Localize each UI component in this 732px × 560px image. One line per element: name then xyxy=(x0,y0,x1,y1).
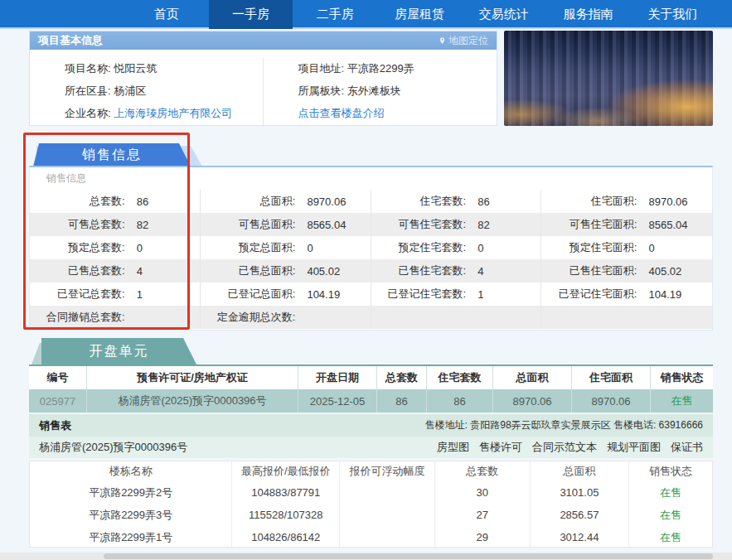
field-value: 4 xyxy=(137,265,143,278)
cell-price-float xyxy=(340,526,435,548)
sales-info-cell: 已登记总面积:104.19 xyxy=(201,282,371,306)
field-value: 1 xyxy=(477,288,483,301)
project-info-left-column: 项目名称: 悦阳云筑 所在区县: 杨浦区 企业名称: 上海海瑧房地产有限公司 xyxy=(30,57,264,127)
sales-sheet-bar: 销售表 售楼地址: 贵阳路98弄云邸玖章实景展示区 售楼电话: 63916666 xyxy=(29,414,713,437)
nav-item[interactable]: 关于我们 xyxy=(630,0,715,29)
doc-link[interactable]: 售楼许可 xyxy=(479,440,522,455)
sales-info-cell: 可售总套数:82 xyxy=(30,213,201,236)
sales-info-cell: 预定住宅套数:0 xyxy=(371,236,542,259)
table-row: 平凉路2299弄1号 104826/86142 29 3012.44 在售 xyxy=(30,526,712,548)
top-navigation: 首页一手房二手房房屋租赁交易统计服务指南关于我们 xyxy=(0,0,732,29)
column-header: 总面积 xyxy=(531,461,630,481)
column-header: 总套数 xyxy=(435,461,531,481)
sales-info-row: 合同撤销总套数: 定金逾期总次数: xyxy=(30,306,712,329)
field-label: 已登记总套数: xyxy=(30,287,125,302)
district-row: 所在区县: 杨浦区 xyxy=(65,80,263,102)
district-label: 所在区县: xyxy=(65,84,111,97)
nav-item[interactable]: 一手房 xyxy=(209,0,293,29)
nav-item[interactable]: 服务指南 xyxy=(546,0,631,29)
sales-info-cell: 预定住宅面积:0 xyxy=(541,236,712,259)
sales-info-tab[interactable]: 销售信息 xyxy=(33,143,191,167)
horizontal-scrollbar-track xyxy=(0,553,732,560)
column-header: 住宅面积 xyxy=(572,366,651,389)
buildings-table: 楼栋名称最高报价/最低报价报价可浮动幅度总套数总面积销售状态 平凉路2299弄2… xyxy=(29,461,713,548)
cell-total-area: 3012.44 xyxy=(531,526,630,548)
district-value: 杨浦区 xyxy=(114,84,146,97)
doc-link[interactable]: 保证书 xyxy=(671,440,703,455)
doc-link[interactable]: 房型图 xyxy=(437,440,469,455)
nav-item[interactable]: 首页 xyxy=(124,0,209,29)
sales-info-row: 可售总套数:82 可售总面积:8565.04 可售住宅套数:82 可售住宅面积:… xyxy=(30,213,712,236)
buildings-rows: 平凉路2299弄2号 104883/87791 30 3101.05 在售 平凉… xyxy=(30,481,712,548)
sales-info-cell xyxy=(371,306,542,329)
nav-item[interactable]: 二手房 xyxy=(293,0,377,29)
field-value: 0 xyxy=(307,242,313,254)
doc-link[interactable]: 规划平面图 xyxy=(607,440,661,455)
sales-info-cell: 可售住宅面积:8565.04 xyxy=(541,213,712,236)
permit-bar: 杨浦房管(2025)预字0000396号 房型图售楼许可合同示范文本规划平面图保… xyxy=(29,437,713,458)
sales-info-panel: 销售信息 总套数:86 总面积:8970.06 住宅套数:86 住宅面积:897… xyxy=(29,166,713,331)
field-label: 预定住宅面积: xyxy=(541,240,637,255)
status-badge: 在售 xyxy=(629,526,712,548)
cell-total-area: 8970.06 xyxy=(493,389,572,413)
field-value: 0 xyxy=(137,242,143,254)
opening-units-tab[interactable]: 开盘单元 xyxy=(41,338,196,364)
sales-info-cell: 合同撤销总套数: xyxy=(30,306,201,329)
sales-info-row: 总套数:86 总面积:8970.06 住宅套数:86 住宅面积:8970.06 xyxy=(30,190,712,213)
sales-info-cell: 已售住宅面积:405.02 xyxy=(541,259,712,282)
field-value: 0 xyxy=(648,242,654,254)
sales-info-cell xyxy=(541,306,712,329)
project-intro-link[interactable]: 点击查看楼盘介绍 xyxy=(298,107,385,119)
sales-office-contact: 售楼地址: 贵阳路98弄云邸玖章实景展示区 售楼电话: 63916666 xyxy=(425,418,703,432)
buildings-header-row: 楼栋名称最高报价/最低报价报价可浮动幅度总套数总面积销售状态 xyxy=(30,461,712,481)
sales-info-cell: 总套数:86 xyxy=(30,190,201,213)
field-label: 已登记住宅面积: xyxy=(541,287,637,302)
nav-item[interactable]: 房屋租赁 xyxy=(377,0,462,29)
field-value: 405.02 xyxy=(307,265,340,278)
field-label: 合同撤销总套数: xyxy=(30,310,125,325)
sales-info-row: 已售总套数:4 已售总面积:405.02 已售住宅套数:4 已售住宅面积:405… xyxy=(30,259,712,282)
document-links: 房型图售楼许可合同示范文本规划平面图保证书 xyxy=(437,440,703,455)
address-row: 项目地址: 平凉路2299弄 xyxy=(298,57,497,80)
column-header: 销售状态 xyxy=(629,461,712,481)
map-locate-link[interactable]: 地图定位 xyxy=(439,34,488,48)
cell-price-range: 115528/107328 xyxy=(232,504,340,526)
cell-building-name: 平凉路2299弄3号 xyxy=(30,504,232,526)
cell-price-range: 104826/86142 xyxy=(232,526,340,548)
field-label: 已登记住宅套数: xyxy=(371,287,467,302)
company-link[interactable]: 上海海瑧房地产有限公司 xyxy=(114,107,232,119)
project-info-right-column: 项目地址: 平凉路2299弄 所属板块: 东外滩板块 点击查看楼盘介绍 xyxy=(264,57,497,127)
project-photo xyxy=(504,31,713,126)
project-info-body: 项目名称: 悦阳云筑 所在区县: 杨浦区 企业名称: 上海海瑧房地产有限公司 项… xyxy=(30,50,497,127)
cell-price-float xyxy=(340,504,435,526)
company-row: 企业名称: 上海海瑧房地产有限公司 xyxy=(65,102,263,124)
table-row: 平凉路2299弄2号 104883/87791 30 3101.05 在售 xyxy=(30,481,712,504)
column-header: 住宅套数 xyxy=(427,366,493,389)
sales-info-sublabel: 销售信息 xyxy=(30,167,712,190)
field-label: 已售住宅面积: xyxy=(541,263,637,278)
sales-info-cell: 总面积:8970.06 xyxy=(201,190,371,213)
cell-building-name: 平凉路2299弄2号 xyxy=(30,481,232,504)
sales-info-cell: 预定总套数:0 xyxy=(30,236,201,259)
doc-link[interactable]: 合同示范文本 xyxy=(532,440,597,455)
field-label: 已售总套数: xyxy=(30,263,125,278)
column-header: 总面积 xyxy=(493,366,572,389)
cell-opening-date: 2025-12-05 xyxy=(298,389,377,413)
sales-info-cell: 已售总面积:405.02 xyxy=(201,259,371,282)
cell-total-area: 2856.57 xyxy=(531,504,630,526)
field-label: 已登记总面积: xyxy=(201,287,296,302)
field-label: 可售总面积: xyxy=(201,217,296,232)
field-value: 104.19 xyxy=(648,288,681,301)
column-header: 开盘日期 xyxy=(298,366,377,389)
cell-price-range: 104883/87791 xyxy=(232,481,340,504)
column-header: 报价可浮动幅度 xyxy=(340,461,435,481)
cell-total-area: 3101.05 xyxy=(531,481,630,504)
field-value: 8970.06 xyxy=(307,196,346,208)
opening-units-rows: 025977 杨浦房管(2025)预字0000396号 2025-12-05 8… xyxy=(29,389,713,413)
horizontal-scrollbar-thumb[interactable] xyxy=(104,553,713,559)
sales-sheet-title: 销售表 xyxy=(39,418,71,433)
block-label: 所属板块: xyxy=(298,84,345,97)
nav-item[interactable]: 交易统计 xyxy=(462,0,546,29)
field-label: 可售总套数: xyxy=(30,217,125,232)
sales-info-cell: 住宅套数:86 xyxy=(371,190,542,213)
